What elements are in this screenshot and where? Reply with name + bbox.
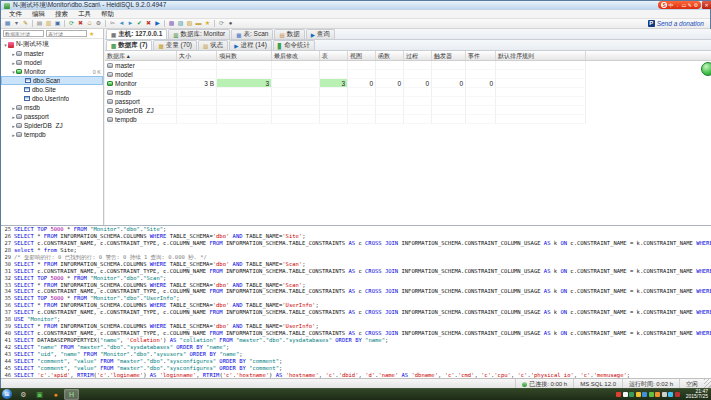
save-icon[interactable]: ▣ — [53, 19, 62, 28]
table-row[interactable]: Monitor3 B3300000 — [105, 79, 711, 88]
cut-icon[interactable]: ✂ — [108, 19, 117, 28]
sogou-logo-icon[interactable]: S — [661, 2, 667, 8]
preferences-icon[interactable]: ⚙ — [94, 19, 103, 28]
grid-col-header-2[interactable]: 项目数 — [217, 51, 272, 60]
dropdown-arrow-icon[interactable]: ▾ — [12, 19, 21, 28]
table-filter-input[interactable] — [46, 30, 87, 37]
tab-main-0[interactable]: ▣主机: 127.0.0.1 — [106, 29, 167, 39]
tray-doc-icon[interactable] — [623, 392, 628, 397]
tree-item-dbo-userinfo[interactable]: dbo.UserInfo — [1, 94, 103, 103]
start-button[interactable]: ⊞ — [2, 389, 12, 399]
tools-icon[interactable]: ★ — [203, 19, 212, 28]
tab-main-1[interactable]: ▥数据库: Monitor — [168, 29, 230, 39]
grid-col-header-5[interactable]: 视图 — [348, 51, 376, 60]
grid-col-header-6[interactable]: 函数 — [376, 51, 404, 60]
table-row[interactable]: tempdb — [105, 115, 711, 124]
sogou-mode-icon[interactable]: 中 — [669, 1, 674, 9]
grid-col-header-10[interactable]: 默认排序规则 — [496, 51, 586, 60]
run-query-icon[interactable]: ▶ — [153, 19, 162, 28]
donation-link[interactable]: P Send a donation — [648, 20, 704, 27]
taskbar-app-utility[interactable]: ⚙ — [16, 389, 31, 400]
open-file-icon[interactable]: ▥ — [44, 19, 53, 28]
menu-item-2[interactable]: 搜索 — [50, 10, 73, 19]
sogou-keyboard-icon[interactable]: ▭ — [682, 1, 687, 9]
grid-col-header-9[interactable]: 事件 — [466, 51, 496, 60]
edit-session-icon[interactable]: ✎ — [21, 19, 30, 28]
sync-icon[interactable]: ⟳ — [217, 19, 226, 28]
taskbar-app-heidisql[interactable]: H — [64, 389, 79, 400]
tab-sub-2[interactable]: ▧状态 — [198, 40, 228, 50]
tab-sub-0[interactable]: ▥数据库 (7) — [106, 40, 152, 50]
tab-main-3[interactable]: ▤数据 — [274, 29, 304, 39]
menu-item-1[interactable]: 编辑 — [27, 10, 50, 19]
tab-main-2[interactable]: ▦表: Scan — [231, 29, 273, 39]
favorites-star-icon[interactable]: ★ — [89, 31, 94, 37]
table-row[interactable]: SpiderDB_ZJ — [105, 106, 711, 115]
check-icon[interactable]: ✔ — [135, 19, 144, 28]
grid-col-header-1[interactable]: 大小 — [177, 51, 217, 60]
grid-col-header-7[interactable]: 过程 — [404, 51, 432, 60]
tray-cloud-icon[interactable] — [668, 392, 673, 397]
cancel-icon[interactable]: ✖ — [144, 19, 153, 28]
session-manager-icon[interactable]: ▦ — [3, 19, 12, 28]
undo-icon[interactable]: ◄ — [117, 19, 126, 28]
taskbar-clock[interactable]: 21:47 2015/7/25 — [683, 389, 711, 400]
floating-assistant-ball-icon[interactable] — [701, 62, 711, 76]
tray-volume-icon[interactable] — [662, 392, 667, 397]
tree-item-msdb[interactable]: ▸msdb — [1, 103, 103, 112]
taskbar-app-green-tool[interactable]: ▣ — [32, 389, 47, 400]
close-icon[interactable]: ✕ — [702, 1, 711, 9]
databases-grid-header: 数据库 ▴大小项目数最后修改表视图函数过程触发器事件默认排序规则 — [105, 51, 711, 61]
table-row[interactable]: passport — [105, 97, 711, 106]
menu-item-0[interactable]: 文件 — [4, 10, 27, 19]
tray-antivirus-icon[interactable] — [649, 392, 654, 397]
tree-item-spiderdb-zj[interactable]: ▸SpiderDB_ZJ — [1, 121, 103, 130]
copy-icon[interactable]: ▤ — [35, 19, 44, 28]
grid-col-header-0[interactable]: 数据库 ▴ — [105, 51, 177, 60]
sql-log-panel[interactable]: 25SELECT TOP 5000 * FROM "Monitor"."dbo"… — [1, 225, 711, 378]
refresh-icon[interactable]: ⟳ — [67, 19, 76, 28]
taskbar-app-firefox[interactable]: ● — [48, 389, 63, 400]
tree-item-tempdb[interactable]: ▸tempdb — [1, 130, 103, 139]
help-icon[interactable]: ● — [226, 19, 235, 28]
tab-sub-3[interactable]: ▶进程 (14) — [229, 40, 272, 50]
menu-item-3[interactable]: 工具 — [73, 10, 96, 19]
grid-col-header-8[interactable]: 触发器 — [432, 51, 466, 60]
tray-input-icon[interactable] — [616, 392, 621, 397]
table-row[interactable]: model — [105, 70, 711, 79]
tab-main-4[interactable]: ▶查询 — [306, 29, 335, 39]
sogou-settings-icon[interactable]: ⚙ — [694, 1, 698, 9]
tree-item-dbo-scan[interactable]: dbo.Scan — [1, 76, 103, 85]
database-filter-input[interactable] — [3, 30, 44, 37]
snippets-icon[interactable]: ▩ — [167, 19, 176, 28]
sogou-input-bar[interactable]: S 中．▭✎⚙ — [658, 1, 701, 9]
tree-item-monitor[interactable]: ▾Monitor0 K — [1, 67, 103, 76]
sogou-punct-icon[interactable]: ． — [675, 1, 680, 9]
grid-cell — [272, 70, 320, 79]
table-row[interactable]: msdb — [105, 88, 711, 97]
grid-col-header-3[interactable]: 最后修改 — [272, 51, 320, 60]
sogou-pen-icon[interactable]: ✎ — [688, 1, 692, 9]
menu-item-4[interactable]: 帮助 — [96, 10, 119, 19]
sql-log-line: 34SELECT c.CONSTRAINT_NAME, c.CONSTRAINT… — [1, 288, 711, 295]
table-row[interactable]: master — [105, 61, 711, 70]
tray-messenger-icon[interactable] — [655, 392, 660, 397]
disconnect-icon[interactable]: ✖ — [76, 19, 85, 28]
tree-item-master[interactable]: ▸master — [1, 49, 103, 58]
tree-item-n-[interactable]: ▾N-测试环境 — [1, 40, 103, 49]
tray-update-icon[interactable] — [636, 392, 641, 397]
tree-item-passport[interactable]: ▸passport — [1, 112, 103, 121]
image-icon[interactable]: ▧ — [185, 19, 194, 28]
tray-security-icon[interactable] — [629, 392, 634, 397]
export-icon[interactable]: ▨ — [176, 19, 185, 28]
tree-item-dbo-site[interactable]: dbo.Site — [1, 85, 103, 94]
folder-icon[interactable]: ▬ — [194, 19, 203, 28]
redo-icon[interactable]: ► — [126, 19, 135, 28]
tree-item-model[interactable]: ▸model — [1, 58, 103, 67]
tab-sub-1[interactable]: ▩变量 (70) — [153, 40, 197, 50]
user-manager-icon[interactable]: ☺ — [85, 19, 94, 28]
grid-col-header-4[interactable]: 表 — [320, 51, 348, 60]
tray-alert-icon[interactable] — [675, 392, 680, 397]
tab-sub-4[interactable]: ▊命令统计 — [273, 40, 315, 50]
tray-network-icon[interactable] — [642, 392, 647, 397]
